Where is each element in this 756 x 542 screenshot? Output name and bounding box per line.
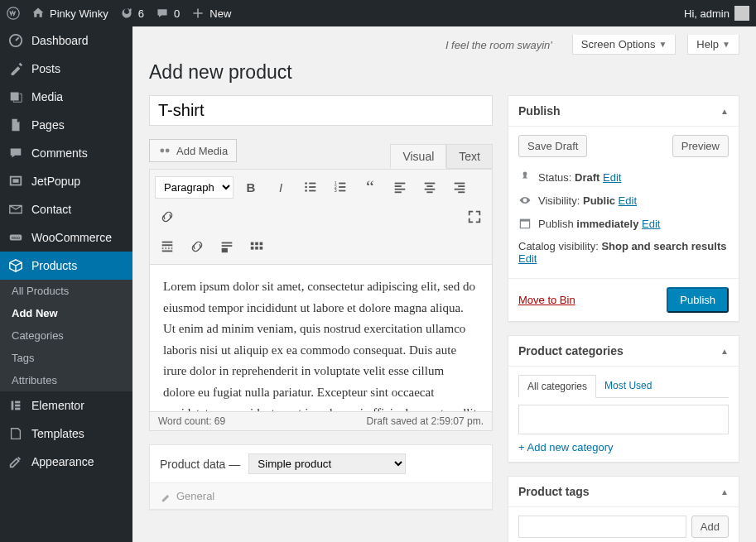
categories-tab-used[interactable]: Most Used	[596, 375, 660, 397]
menu-jetpopup[interactable]: JetPopup	[0, 167, 132, 195]
readmore-button[interactable]	[155, 234, 180, 259]
menu-products[interactable]: Products	[0, 252, 132, 280]
edit-visibility-link[interactable]: Edit	[619, 194, 637, 207]
editor-content[interactable]: Lorem ipsum dolor sit amet, consectetur …	[149, 265, 493, 412]
add-tag-button[interactable]: Add	[691, 516, 729, 538]
wp-logo[interactable]	[7, 7, 20, 20]
products-submenu: All Products Add New Categories Tags Att…	[0, 280, 132, 391]
tags-box-toggle[interactable]: Product tags▲	[508, 477, 739, 507]
preview-button[interactable]: Preview	[672, 135, 729, 157]
link-button[interactable]	[155, 204, 180, 229]
bullet-list-button[interactable]	[298, 175, 323, 199]
menu-media[interactable]: Media	[0, 83, 132, 111]
menu-pages[interactable]: Pages	[0, 111, 132, 139]
product-type-select[interactable]: Simple product	[248, 453, 406, 474]
user-greeting[interactable]: Hi, admin	[684, 6, 749, 21]
menu-appearance[interactable]: Appearance	[0, 448, 132, 476]
categories-box: Product categories▲ All categories Most …	[508, 335, 739, 463]
site-link[interactable]: Pinky Winky	[31, 7, 108, 20]
bold-button[interactable]: B	[238, 175, 263, 199]
svg-rect-46	[251, 247, 254, 250]
editor-tab-visual[interactable]: Visual	[390, 144, 446, 169]
help-tab[interactable]: Help ▼	[687, 35, 739, 55]
categories-tab-all[interactable]: All categories	[518, 375, 596, 398]
avatar-icon	[734, 6, 749, 21]
menu-posts[interactable]: Posts	[0, 55, 132, 83]
product-title-input[interactable]	[149, 95, 493, 126]
add-media-button[interactable]: Add Media	[149, 139, 237, 162]
svg-point-16	[305, 189, 307, 192]
publish-button[interactable]: Publish	[667, 287, 729, 313]
svg-rect-19	[339, 183, 345, 185]
menu-templates[interactable]: Templates	[0, 420, 132, 448]
blockquote-button[interactable]: “	[358, 175, 383, 199]
svg-point-12	[305, 182, 307, 185]
submenu-attributes[interactable]: Attributes	[0, 369, 132, 391]
svg-rect-8	[15, 405, 20, 407]
screen-options-tab[interactable]: Screen Options ▼	[572, 35, 677, 55]
editor-tab-text[interactable]: Text	[446, 144, 493, 169]
format-select[interactable]: Paragraph	[155, 176, 234, 199]
svg-rect-17	[309, 190, 315, 192]
svg-rect-38	[162, 247, 173, 249]
categories-list[interactable]	[518, 405, 729, 434]
submenu-add-new[interactable]: Add New	[0, 302, 132, 324]
svg-rect-45	[260, 242, 263, 246]
svg-rect-36	[162, 242, 173, 243]
svg-text:woo: woo	[11, 235, 20, 240]
submenu-tags[interactable]: Tags	[0, 347, 132, 369]
svg-rect-42	[222, 248, 228, 252]
edit-status-link[interactable]: Edit	[603, 171, 621, 184]
svg-point-10	[160, 149, 164, 153]
svg-rect-33	[458, 185, 465, 187]
submenu-categories[interactable]: Categories	[0, 324, 132, 347]
menu-comments[interactable]: Comments	[0, 139, 132, 167]
new-content-link[interactable]: New	[191, 7, 231, 20]
edit-catalog-link[interactable]: Edit	[518, 252, 537, 265]
updates-link[interactable]: 6	[120, 7, 144, 20]
svg-rect-39	[162, 251, 173, 252]
autosave-status: Draft saved at 2:59:07 pm.	[367, 415, 484, 427]
chevron-up-icon: ▲	[720, 487, 729, 496]
tag-input[interactable]	[518, 516, 686, 538]
product-data-tab-general[interactable]: General	[150, 482, 492, 509]
svg-rect-48	[260, 247, 263, 250]
categories-box-toggle[interactable]: Product categories▲	[508, 336, 739, 367]
publish-box-toggle[interactable]: Publish▲	[508, 96, 739, 127]
menu-elementor[interactable]: Elementor	[0, 391, 132, 420]
submenu-all-products[interactable]: All Products	[0, 280, 132, 302]
link2-button[interactable]	[185, 234, 209, 259]
comments-link[interactable]: 0	[156, 7, 180, 20]
fullscreen-button[interactable]	[462, 204, 487, 229]
svg-rect-50	[520, 219, 529, 221]
align-right-button[interactable]	[447, 175, 472, 199]
align-center-button[interactable]	[417, 175, 442, 199]
insert-button[interactable]	[214, 234, 239, 259]
svg-rect-6	[12, 401, 14, 410]
svg-rect-3	[12, 179, 18, 183]
menu-dashboard[interactable]: Dashboard	[0, 26, 132, 55]
svg-rect-29	[426, 185, 432, 187]
svg-rect-9	[15, 408, 20, 410]
chevron-up-icon: ▲	[720, 107, 729, 116]
svg-rect-21	[339, 186, 345, 188]
save-draft-button[interactable]: Save Draft	[518, 135, 587, 157]
move-to-trash-link[interactable]: Move to Bin	[518, 294, 575, 306]
menu-woocommerce[interactable]: wooWooCommerce	[0, 223, 132, 252]
toolbar-toggle-button[interactable]	[244, 234, 269, 259]
add-category-link[interactable]: + Add new category	[518, 441, 614, 453]
italic-button[interactable]: I	[268, 175, 293, 199]
svg-rect-24	[395, 183, 406, 185]
page-title: Add new product	[149, 61, 739, 84]
svg-rect-28	[425, 183, 436, 185]
menu-contact[interactable]: Contact	[0, 195, 132, 223]
edit-schedule-link[interactable]: Edit	[642, 218, 660, 230]
svg-rect-41	[222, 245, 233, 247]
chevron-up-icon: ▲	[720, 347, 729, 356]
svg-rect-40	[222, 242, 233, 244]
svg-rect-37	[162, 244, 173, 246]
svg-rect-34	[455, 189, 465, 190]
product-data-label: Product data —	[160, 458, 240, 471]
align-left-button[interactable]	[388, 175, 412, 199]
number-list-button[interactable]: 123	[328, 175, 353, 199]
